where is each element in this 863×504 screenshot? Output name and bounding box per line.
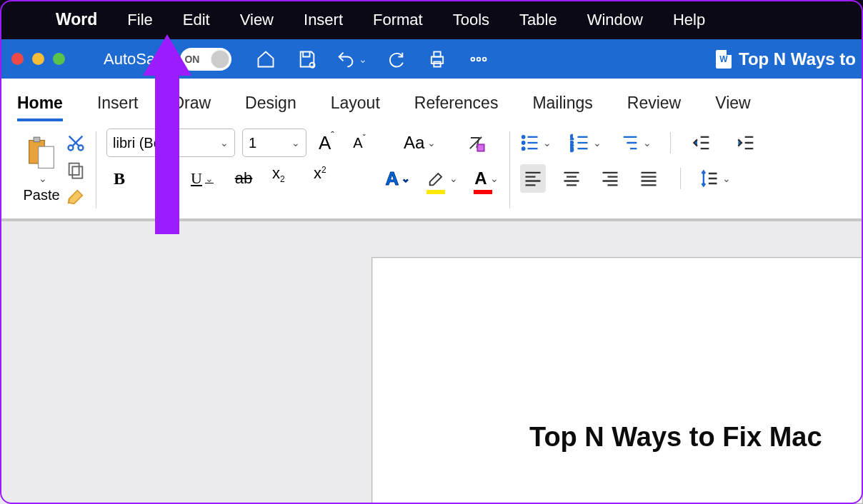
svg-rect-13 <box>72 166 82 178</box>
svg-rect-9 <box>39 146 54 168</box>
multilevel-list-icon[interactable]: ⌄ <box>620 128 652 157</box>
svg-rect-12 <box>69 163 79 174</box>
menu-view[interactable]: View <box>240 11 274 29</box>
svg-rect-3 <box>434 61 441 66</box>
decrease-font-icon[interactable]: Aˇ <box>346 128 372 157</box>
font-size-combo[interactable]: 1⌄ <box>242 128 306 157</box>
menu-insert[interactable]: Insert <box>304 11 343 29</box>
justify-icon[interactable] <box>636 164 662 193</box>
svg-point-5 <box>477 57 481 61</box>
tab-mailings[interactable]: Mailings <box>532 94 592 121</box>
svg-point-6 <box>483 57 487 61</box>
document-heading: Top N Ways to Fix Mac <box>529 422 862 453</box>
tab-view[interactable]: View <box>715 94 750 121</box>
app-name[interactable]: Word <box>56 10 97 29</box>
svg-rect-1 <box>432 56 443 63</box>
tab-review[interactable]: Review <box>627 94 681 121</box>
svg-point-4 <box>472 57 475 61</box>
tab-home[interactable]: Home <box>17 94 63 121</box>
svg-point-16 <box>522 141 525 144</box>
word-document-icon: W <box>716 50 732 69</box>
undo-icon[interactable]: ⌄ <box>336 45 367 74</box>
clear-formatting-icon[interactable] <box>463 128 489 157</box>
tab-layout[interactable]: Layout <box>331 94 380 121</box>
window-titlebar: AutoSave ON ⌄ W Top N Ways to <box>0 39 863 79</box>
menu-help[interactable]: Help <box>673 11 705 29</box>
tab-references[interactable]: References <box>414 94 499 121</box>
ribbon: ⌄ Paste libri (Bo…⌄ 1⌄ Aˆ Aˇ Aa⌄ B <box>0 121 863 221</box>
align-right-icon[interactable] <box>597 164 623 193</box>
align-left-icon[interactable] <box>520 164 546 193</box>
menu-tools[interactable]: Tools <box>453 11 489 29</box>
clipboard-group: ⌄ Paste <box>13 128 96 211</box>
svg-rect-14 <box>478 144 484 151</box>
align-center-icon[interactable] <box>559 164 584 193</box>
minimize-window-button[interactable] <box>32 53 44 65</box>
increase-font-icon[interactable]: Aˆ <box>314 128 339 157</box>
numbering-icon[interactable]: 123⌄ <box>570 128 602 157</box>
menu-file[interactable]: File <box>127 11 152 29</box>
format-painter-icon[interactable] <box>66 187 86 207</box>
zoom-window-button[interactable] <box>53 53 65 65</box>
paste-dropdown[interactable]: ⌄ <box>39 173 47 184</box>
decrease-indent-icon[interactable] <box>689 128 715 157</box>
print-icon[interactable] <box>424 45 450 74</box>
svg-point-17 <box>522 147 525 150</box>
subscript-button[interactable]: x2 <box>272 164 298 193</box>
tab-design[interactable]: Design <box>245 94 296 121</box>
bold-button[interactable]: B <box>106 164 132 193</box>
line-spacing-icon[interactable]: ⌄ <box>699 164 731 193</box>
underline-button[interactable]: U⌄ <box>189 164 215 193</box>
change-case-button[interactable]: Aa⌄ <box>404 128 436 157</box>
window-controls <box>11 53 65 65</box>
document-title: Top N Ways to <box>739 49 856 69</box>
menu-format[interactable]: Format <box>373 11 423 29</box>
cut-icon[interactable] <box>66 133 86 153</box>
document-canvas[interactable]: Top N Ways to Fix Mac <box>0 221 863 504</box>
menu-edit[interactable]: Edit <box>183 11 210 29</box>
paste-icon[interactable] <box>23 136 60 173</box>
copy-icon[interactable] <box>66 160 86 180</box>
save-icon[interactable] <box>294 45 320 74</box>
font-size-value: 1 <box>249 135 256 151</box>
paste-label: Paste <box>23 187 59 203</box>
text-effects-button[interactable]: A⌄ <box>385 164 411 193</box>
close-window-button[interactable] <box>11 53 24 65</box>
bullets-icon[interactable]: ⌄ <box>520 128 552 157</box>
svg-rect-8 <box>34 137 40 142</box>
ribbon-tabs: Home Insert Draw Design Layout Reference… <box>0 79 863 121</box>
font-color-button[interactable]: A ⌄ <box>474 164 499 193</box>
strikethrough-button[interactable]: ab <box>231 164 256 193</box>
paragraph-group: ⌄ 123⌄ ⌄ ⌄ <box>510 128 769 211</box>
document-title-area: W Top N Ways to <box>716 49 856 69</box>
superscript-button[interactable]: x2 <box>314 164 339 193</box>
svg-rect-2 <box>434 51 441 56</box>
macos-menubar: Word File Edit View Insert Format Tools … <box>0 0 863 39</box>
more-icon[interactable] <box>466 45 492 74</box>
svg-point-15 <box>522 136 525 138</box>
increase-indent-icon[interactable] <box>734 128 759 157</box>
chevron-down-icon[interactable]: ⌄ <box>359 54 367 65</box>
tab-insert[interactable]: Insert <box>97 94 139 121</box>
document-page[interactable]: Top N Ways to Fix Mac <box>371 257 863 504</box>
menu-window[interactable]: Window <box>587 11 643 29</box>
home-icon[interactable] <box>253 45 279 74</box>
redo-icon[interactable] <box>383 45 409 74</box>
highlight-color-button[interactable]: ⌄ <box>426 164 458 193</box>
toggle-knob <box>211 51 229 68</box>
menu-table[interactable]: Table <box>519 11 557 29</box>
svg-text:3: 3 <box>570 146 574 153</box>
annotation-arrow <box>143 34 191 234</box>
